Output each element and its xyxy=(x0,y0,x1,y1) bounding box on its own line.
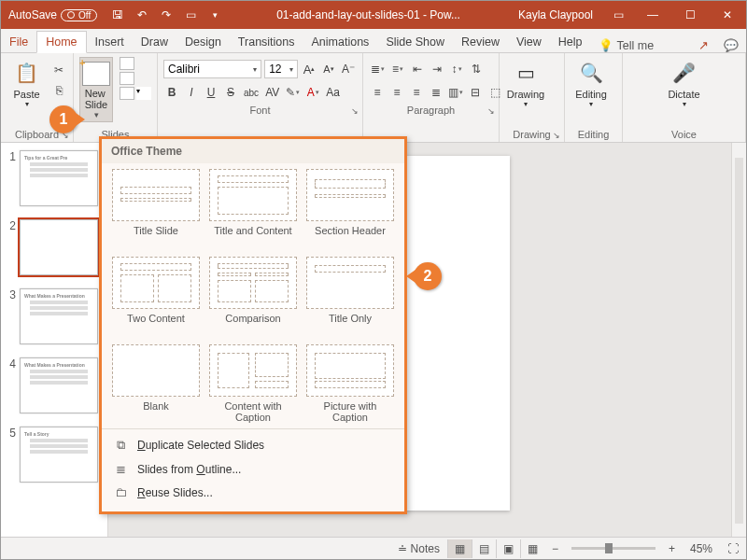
align-right-button[interactable]: ≡ xyxy=(408,83,425,102)
layout-l-tc[interactable]: Title and Content xyxy=(206,167,300,251)
vertical-scrollbar[interactable] xyxy=(731,143,746,539)
maximize-button[interactable]: ☐ xyxy=(671,1,709,29)
comments-button[interactable]: 💬 xyxy=(716,38,746,52)
font-color-button[interactable]: A▾ xyxy=(304,83,321,102)
spacing-button[interactable]: AV xyxy=(263,83,281,102)
align-center-button[interactable]: ≡ xyxy=(388,83,405,102)
numbering-button[interactable]: ≡▾ xyxy=(389,60,406,78)
reading-view-button[interactable]: ▣ xyxy=(496,539,520,558)
zoom-level[interactable]: 45% xyxy=(683,542,720,555)
font-size-combo[interactable]: 12▾ xyxy=(264,60,298,78)
highlight-button[interactable]: ✎▾ xyxy=(284,83,302,102)
layout-l-two[interactable]: Two Content xyxy=(109,255,203,339)
drawing-launcher[interactable]: ↘ xyxy=(553,131,560,140)
line-spacing-button[interactable]: ↕▾ xyxy=(448,60,465,78)
qat-customize-icon[interactable]: ▾ xyxy=(207,7,222,22)
fit-to-window-button[interactable]: ⛶ xyxy=(720,542,746,555)
zoom-in-button[interactable]: + xyxy=(661,542,683,555)
reuse-slides-item[interactable]: 🗀Reuse Slides... xyxy=(102,481,404,504)
slide-thumb[interactable]: What Makes a Presentation xyxy=(20,357,98,413)
cut-icon[interactable]: ✂ xyxy=(50,61,67,79)
paste-button[interactable]: 📋 Paste ▾ xyxy=(7,57,47,110)
start-slideshow-icon[interactable]: ▭ xyxy=(183,7,198,22)
ribbon-display-icon[interactable]: ▭ xyxy=(602,7,634,22)
tab-slideshow[interactable]: Slide Show xyxy=(377,32,453,52)
redo-icon[interactable]: ↷ xyxy=(159,7,174,22)
thumb-row[interactable]: 3What Makes a Presentation xyxy=(5,288,104,344)
tab-insert[interactable]: Insert xyxy=(87,32,133,52)
underline-button[interactable]: U xyxy=(203,83,219,102)
normal-view-button[interactable]: ▦ xyxy=(447,539,472,558)
thumb-row[interactable]: 2 xyxy=(5,219,104,275)
font-name-combo[interactable]: Calibri▾ xyxy=(163,60,261,78)
tab-draw[interactable]: Draw xyxy=(133,32,176,52)
undo-icon[interactable]: ↶ xyxy=(134,7,149,22)
tab-review[interactable]: Review xyxy=(453,32,508,52)
autosave-toggle[interactable]: AutoSave Off xyxy=(1,8,105,21)
drawing-button[interactable]: ▭ Drawing ▾ xyxy=(505,57,546,110)
tab-animations[interactable]: Animations xyxy=(303,32,378,52)
layout-button[interactable] xyxy=(120,57,151,70)
paragraph-launcher[interactable]: ↘ xyxy=(487,106,495,116)
layout-l-to[interactable]: Title Only xyxy=(303,255,397,339)
thumb-row[interactable]: 1Tips for a Great Pre xyxy=(5,150,104,206)
slide-thumbnails-panel[interactable]: 1Tips for a Great Pre23What Makes a Pres… xyxy=(1,143,108,539)
align-text-button[interactable]: ⊟ xyxy=(467,83,484,102)
shadow-button[interactable]: abc xyxy=(242,83,261,102)
user-name[interactable]: Kayla Claypool xyxy=(509,8,602,21)
slideshow-view-button[interactable]: ▦ xyxy=(520,539,544,558)
tab-file[interactable]: File xyxy=(1,32,36,52)
columns-button[interactable]: ▥▾ xyxy=(447,83,464,102)
group-drawing: ▭ Drawing ▾ Drawing↘ xyxy=(500,53,565,142)
notes-toggle[interactable]: ≐Notes xyxy=(390,542,447,555)
strike-button[interactable]: S xyxy=(222,83,239,102)
change-case-button[interactable]: Aa xyxy=(324,83,342,102)
tab-home[interactable]: Home xyxy=(36,31,86,53)
layout-l-sh[interactable]: Section Header xyxy=(303,167,397,251)
copy-icon[interactable]: ⎘ xyxy=(50,81,67,100)
grow-font-button[interactable]: A▴ xyxy=(301,60,317,78)
text-direction-button[interactable]: ⇅ xyxy=(468,60,485,78)
layout-l-pwc[interactable]: Picture with Caption xyxy=(303,343,397,427)
reset-button[interactable] xyxy=(120,72,151,85)
shrink-font-button[interactable]: A▾ xyxy=(320,60,337,78)
zoom-slider[interactable] xyxy=(571,547,655,550)
save-icon[interactable]: 🖫 xyxy=(110,7,125,22)
tab-transitions[interactable]: Transitions xyxy=(230,32,303,52)
dictate-button[interactable]: 🎤 Dictate ▾ xyxy=(664,57,705,110)
italic-button[interactable]: I xyxy=(183,83,200,102)
section-button[interactable]: ▾ xyxy=(120,87,151,100)
clear-format-button[interactable]: A⁻ xyxy=(340,60,357,78)
thumb-row[interactable]: 5Tell a Story xyxy=(5,427,104,483)
justify-button[interactable]: ≣ xyxy=(428,83,444,102)
align-left-button[interactable]: ≡ xyxy=(369,83,386,102)
zoom-out-button[interactable]: − xyxy=(544,542,566,555)
duplicate-slides-item[interactable]: ⧉Duplicate Selected Slides xyxy=(102,433,404,457)
layout-l-title[interactable]: Title Slide xyxy=(109,167,203,251)
slidesorter-view-button[interactable]: ▤ xyxy=(472,539,496,558)
layout-l-cmp[interactable]: Comparison xyxy=(206,255,300,339)
tab-view[interactable]: View xyxy=(508,32,550,52)
layout-l-blank[interactable]: Blank xyxy=(109,343,203,427)
layout-l-cwc[interactable]: Content with Caption xyxy=(206,343,300,427)
bullets-button[interactable]: ≣▾ xyxy=(369,60,387,78)
slide-thumb[interactable]: What Makes a Presentation xyxy=(20,288,98,344)
window-title: 01-add-and-lay-out-slides-01 - Pow... xyxy=(228,8,509,21)
slide-thumb[interactable] xyxy=(20,219,98,275)
font-launcher[interactable]: ↘ xyxy=(351,106,359,116)
tab-design[interactable]: Design xyxy=(176,32,230,52)
minimize-button[interactable]: — xyxy=(634,1,671,29)
thumb-row[interactable]: 4What Makes a Presentation xyxy=(5,357,104,413)
slide-thumb[interactable]: Tips for a Great Pre xyxy=(20,150,98,206)
tell-me[interactable]: 💡Tell me xyxy=(591,38,662,52)
close-button[interactable]: ✕ xyxy=(709,1,746,29)
increase-indent-button[interactable]: ⇥ xyxy=(429,60,445,78)
bold-button[interactable]: B xyxy=(163,83,180,102)
editing-button[interactable]: 🔍 Editing ▾ xyxy=(571,57,612,110)
slides-from-outline-item[interactable]: ≣Slides from Outline... xyxy=(102,457,404,481)
decrease-indent-button[interactable]: ⇤ xyxy=(409,60,426,78)
layout-preview xyxy=(209,344,297,397)
slide-thumb[interactable]: Tell a Story xyxy=(20,427,98,483)
tab-help[interactable]: Help xyxy=(550,32,591,52)
share-button[interactable]: ↗ xyxy=(691,38,716,52)
